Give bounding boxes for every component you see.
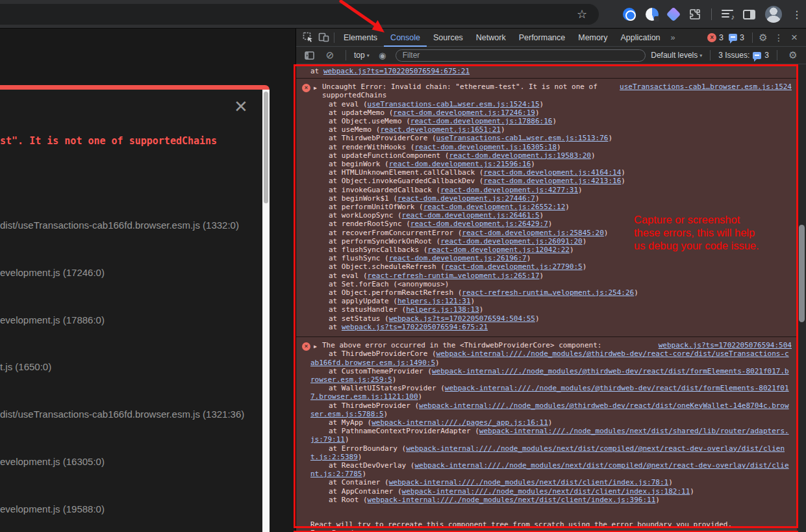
stack-location-link[interactable]: react-dom.development.js:12042:22 bbox=[427, 246, 570, 254]
stack-location-link[interactable]: webpack-internal:///./node_modules/next/… bbox=[310, 427, 789, 444]
stack-location-link[interactable]: react-dom.development.js:4277:31 bbox=[440, 186, 578, 194]
stack-location-link[interactable]: react-dom.development.js:26461:5 bbox=[402, 211, 540, 220]
stack-line: at updateFunctionComponent (react-dom.de… bbox=[310, 151, 792, 160]
profile-avatar[interactable] bbox=[765, 6, 782, 23]
log-levels-selector[interactable]: Default levels ▾ bbox=[651, 51, 702, 60]
tab-application[interactable]: Application bbox=[614, 29, 666, 47]
stack-location-link[interactable]: webpack.js?ts=1702205076594:675:21 bbox=[342, 323, 488, 331]
more-tabs-icon[interactable]: » bbox=[667, 33, 679, 42]
stack-line: at ThirdwebProvider (webpack-internal://… bbox=[310, 401, 792, 418]
extensions-puzzle-icon[interactable] bbox=[688, 8, 701, 21]
clear-console-icon[interactable]: ⊘ bbox=[322, 47, 338, 63]
console-scrollbar-thumb[interactable] bbox=[799, 225, 805, 322]
stack-location-link[interactable]: react-dom.development.js:26196:7 bbox=[389, 254, 527, 262]
console-message-tail: at webpack.js?ts=1702205076594:675:21 bbox=[296, 65, 797, 79]
devtools-menu-icon[interactable]: ⋮ bbox=[771, 30, 787, 45]
menu-dots-icon[interactable]: ⋮ bbox=[792, 8, 802, 21]
overlay-scrollbar-thumb[interactable] bbox=[264, 92, 268, 203]
console-filter-input[interactable] bbox=[396, 49, 646, 62]
error-count-icon[interactable]: × bbox=[707, 33, 716, 42]
console-toolbar: ⊘ top ▾ ◉ Default levels ▾ 3 Issues: 3 ⚙ bbox=[296, 47, 806, 64]
stack-location-link[interactable]: webpack-internal:///./node_modules/next/… bbox=[310, 444, 785, 461]
stack-location-link[interactable]: react-dom.development.js:21596:16 bbox=[389, 160, 531, 168]
stack-line: at setStatus (webpack.js?ts=170220507659… bbox=[310, 314, 792, 323]
console-sidebar-icon[interactable] bbox=[301, 47, 317, 63]
message-source-link[interactable]: useTransactions-cab1…browser.esm.js:1524 bbox=[620, 82, 792, 91]
chevron-down-icon: ▾ bbox=[367, 53, 370, 58]
stack-line: at Container (webpack-internal:///./node… bbox=[310, 478, 792, 487]
stack-line: at Object.performReactRefresh (react-ref… bbox=[310, 288, 792, 297]
message-footer: React will try to recreate this componen… bbox=[310, 512, 792, 532]
stack-location-link[interactable]: webpack-internal:///./node_modules/@thir… bbox=[310, 401, 789, 418]
stack-line: at WalletUIStatesProvider (webpack-inter… bbox=[310, 384, 792, 401]
extension-clock-icon[interactable] bbox=[646, 8, 659, 21]
stack-location-link[interactable]: useTransactions-cab1…wser.esm.js:1513:76 bbox=[436, 134, 609, 142]
tab-elements[interactable]: Elements bbox=[337, 29, 384, 47]
stack-line: at invokeGuardedCallback (react-dom.deve… bbox=[310, 186, 792, 194]
stack-location-link[interactable]: react-dom.development.js:4164:14 bbox=[483, 168, 621, 177]
device-toolbar-icon[interactable] bbox=[316, 30, 331, 45]
stack-location-link[interactable]: react-refresh-runtim…velopment.js:265:17 bbox=[368, 272, 540, 280]
context-selector[interactable]: top ▾ bbox=[354, 51, 370, 60]
expand-triangle-icon[interactable]: ▶ bbox=[314, 342, 317, 351]
stack-location-link[interactable]: react-dom.development.js:16305:18 bbox=[414, 143, 557, 151]
error-icon: × bbox=[302, 84, 310, 92]
overlay-scrollbar[interactable] bbox=[262, 90, 270, 532]
overlay-stack-file: dist/useTransactions-cab166fd.browser.es… bbox=[0, 220, 239, 231]
address-bar[interactable] bbox=[0, 4, 599, 25]
extension-target-icon[interactable] bbox=[623, 8, 636, 21]
overlay-close-icon[interactable]: ✕ bbox=[234, 97, 248, 116]
stack-line: at renderRootSync (react-dom.development… bbox=[310, 220, 792, 228]
extension-gem-icon[interactable] bbox=[666, 7, 681, 22]
stack-location-link[interactable]: react-dom.development.js:27446:7 bbox=[397, 194, 535, 203]
expand-triangle-icon[interactable]: ▶ bbox=[314, 84, 317, 92]
stack-location-link[interactable]: react-dom.development.js:17246:19 bbox=[393, 108, 535, 117]
stack-location-link[interactable]: react-refresh-runtim…velopment.js:254:26 bbox=[462, 288, 634, 297]
stack-location-link[interactable]: react-dom.development.js:26429:7 bbox=[410, 220, 548, 228]
stack-line: at performSyncWorkOnRoot (react-dom.deve… bbox=[310, 237, 792, 246]
devtools-close-icon[interactable]: × bbox=[787, 30, 802, 45]
tab-sources[interactable]: Sources bbox=[427, 29, 470, 47]
stack-location-link[interactable]: webpack.js?ts=1702205076594:504:55 bbox=[389, 314, 535, 323]
stack-location-link[interactable]: webpack-internal:///./node_modules/next/… bbox=[368, 496, 656, 504]
live-expression-eye-icon[interactable]: ◉ bbox=[375, 47, 390, 63]
issues-counter[interactable]: 3 Issues: 3 bbox=[718, 51, 769, 60]
stack-location-link[interactable]: helpers.js:138:13 bbox=[406, 305, 479, 314]
message-count-icon[interactable] bbox=[729, 34, 737, 41]
stack-location-link[interactable]: webpack-internal:///./node_modules/next/… bbox=[310, 461, 789, 478]
stack-location-link[interactable]: react.development.js:1651:21 bbox=[380, 125, 500, 134]
stack-location-link[interactable]: webpack-internal:///./node_modules/@thir… bbox=[310, 367, 789, 384]
stack-line: at flushSyncCallbacks (react-dom.develop… bbox=[310, 246, 792, 254]
stack-location-link[interactable]: react-dom.development.js:26091:20 bbox=[440, 237, 583, 246]
side-panel-icon[interactable] bbox=[743, 10, 755, 19]
inspect-element-icon[interactable] bbox=[300, 30, 316, 45]
stack-location-link[interactable]: webpack.js?ts=1702205076594:675:21 bbox=[323, 67, 470, 75]
chrome-divider bbox=[711, 8, 712, 20]
console-settings-gear-icon[interactable]: ⚙ bbox=[785, 47, 801, 63]
stack-line: at Root (webpack-internal:///./node_modu… bbox=[310, 496, 792, 504]
stack-location-link[interactable]: react-dom.development.js:4213:16 bbox=[483, 177, 621, 185]
tab-console[interactable]: Console bbox=[384, 29, 427, 47]
stack-location-link[interactable]: useTransactions-cab1…wser.esm.js:1524:15 bbox=[368, 100, 540, 108]
stack-location-link[interactable]: webpack-internal:///./node_modules/@thir… bbox=[310, 349, 789, 366]
media-controls-icon[interactable]: ♪ bbox=[722, 10, 733, 19]
stack-location-link[interactable]: react-dom.development.js:26552:12 bbox=[423, 203, 566, 211]
stack-location-link[interactable]: react-dom.development.js:19583:20 bbox=[449, 151, 591, 160]
tab-memory[interactable]: Memory bbox=[572, 29, 614, 47]
stack-location-link[interactable]: react-dom.development.js:17886:16 bbox=[410, 117, 553, 125]
tab-performance[interactable]: Performance bbox=[512, 29, 572, 47]
stack-location-link[interactable]: helpers.js:121:31 bbox=[397, 297, 471, 305]
message-source-link[interactable]: webpack.js?ts=1702205076594:504 bbox=[659, 341, 792, 349]
stack-location-link[interactable]: webpack-internal:///./node_modules/@thir… bbox=[310, 384, 789, 401]
tab-network[interactable]: Network bbox=[470, 29, 512, 47]
stack-line: at ThirdwebProviderCore (webpack-interna… bbox=[310, 349, 792, 366]
bookmark-star-icon[interactable]: ☆ bbox=[577, 7, 587, 21]
settings-gear-icon[interactable]: ⚙ bbox=[755, 30, 771, 45]
stack-location-link[interactable]: react-dom.development.js:25845:20 bbox=[462, 229, 604, 237]
stack-location-link[interactable]: webpack-internal:///./node_modules/next/… bbox=[402, 487, 690, 496]
chevron-down-icon: ▾ bbox=[699, 53, 702, 58]
stack-line: at MyApp (webpack-internal:///./pages/_a… bbox=[310, 418, 792, 427]
stack-location-link[interactable]: react-dom.development.js:27790:5 bbox=[445, 262, 583, 271]
stack-location-link[interactable]: webpack-internal:///./node_modules/next/… bbox=[389, 478, 668, 487]
stack-location-link[interactable]: webpack-internal:///./pages/_app.js:16:1… bbox=[372, 418, 548, 427]
